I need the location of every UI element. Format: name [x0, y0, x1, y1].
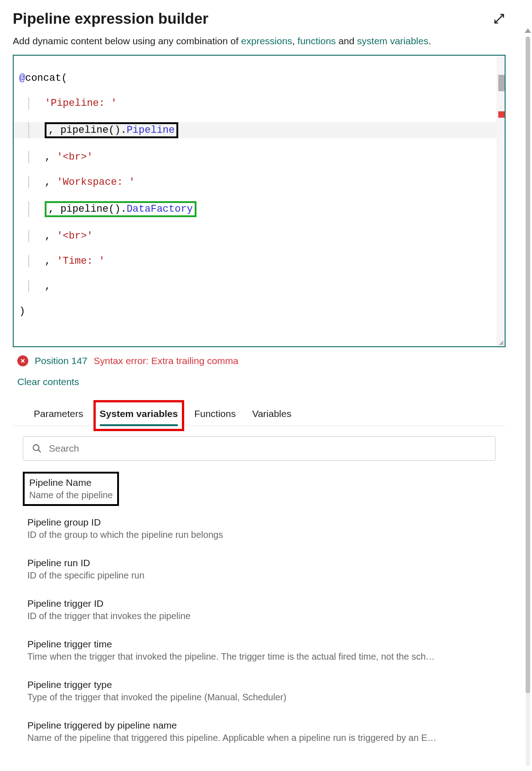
svg-point-3: [33, 445, 39, 451]
error-row: Position 147 Syntax error: Extra trailin…: [13, 355, 506, 366]
tabs-row: Parameters System variables Functions Va…: [13, 404, 506, 426]
list-item-desc: Time when the trigger that invoked the p…: [27, 651, 491, 662]
clear-contents-link[interactable]: Clear contents: [17, 376, 79, 387]
system-variables-link[interactable]: system variables: [357, 36, 428, 46]
search-icon: [32, 443, 42, 453]
expression-editor[interactable]: @concat( 'Pipeline: ' , pipeline().Pipel…: [13, 55, 506, 347]
list-item-title: Pipeline trigger time: [27, 639, 491, 650]
resize-handle[interactable]: [497, 339, 504, 345]
list-item-desc: ID of the specific pipeline run: [27, 570, 491, 581]
list-item-desc: ID of the group to which the pipeline ru…: [27, 530, 491, 540]
list-item-title: Pipeline triggered by pipeline name: [27, 720, 491, 731]
list-item[interactable]: Pipeline group ID ID of the group to whi…: [23, 511, 496, 547]
subtitle: Add dynamic content below using any comb…: [13, 36, 506, 47]
search-input[interactable]: [23, 436, 496, 461]
list-item[interactable]: Pipeline trigger time Time when the trig…: [23, 632, 496, 668]
list-item-desc: ID of the trigger that invokes the pipel…: [27, 611, 491, 621]
list-item-title: Pipeline group ID: [27, 517, 491, 528]
list-item[interactable]: Pipeline run ID ID of the specific pipel…: [23, 551, 496, 587]
tab-parameters[interactable]: Parameters: [34, 404, 83, 426]
tab-functions[interactable]: Functions: [194, 404, 236, 426]
list-item[interactable]: Pipeline Name Name of the pipeline: [29, 477, 113, 500]
list-item-desc: Type of the trigger that invoked the pip…: [27, 692, 491, 703]
list-item-desc: Name of the pipeline: [29, 490, 113, 500]
system-variables-list: Pipeline Name Name of the pipeline Pipel…: [13, 472, 506, 758]
svg-line-0: [495, 15, 504, 23]
annotation-black-box: Pipeline Name Name of the pipeline: [23, 472, 119, 506]
page-title: Pipeline expression builder: [13, 10, 208, 27]
list-item[interactable]: Pipeline triggered by pipeline name Name…: [23, 714, 496, 750]
editor-scrollbar[interactable]: [496, 56, 505, 346]
tab-variables[interactable]: Variables: [252, 404, 291, 426]
list-item-title: Pipeline trigger type: [27, 679, 491, 690]
list-item[interactable]: Pipeline triggered by pipeline run ID Ru…: [23, 754, 496, 758]
error-icon: [17, 355, 28, 366]
list-item[interactable]: Pipeline trigger type Type of the trigge…: [23, 673, 496, 709]
svg-line-4: [38, 450, 41, 453]
error-message: Syntax error: Extra trailing comma: [94, 355, 238, 366]
panel-scrollbar[interactable]: [526, 36, 530, 766]
list-item-title: Pipeline Name: [29, 477, 113, 488]
expand-icon[interactable]: [493, 12, 506, 25]
error-position: Position 147: [35, 355, 88, 366]
list-item-title: Pipeline run ID: [27, 557, 491, 568]
expressions-link[interactable]: expressions: [241, 36, 292, 46]
list-item[interactable]: Pipeline trigger ID ID of the trigger th…: [23, 592, 496, 628]
tab-system-variables[interactable]: System variables: [100, 404, 178, 426]
functions-link[interactable]: functions: [298, 36, 336, 46]
list-item-title: Pipeline trigger ID: [27, 598, 491, 609]
list-item-desc: Name of the pipeline that triggered this…: [27, 733, 491, 743]
